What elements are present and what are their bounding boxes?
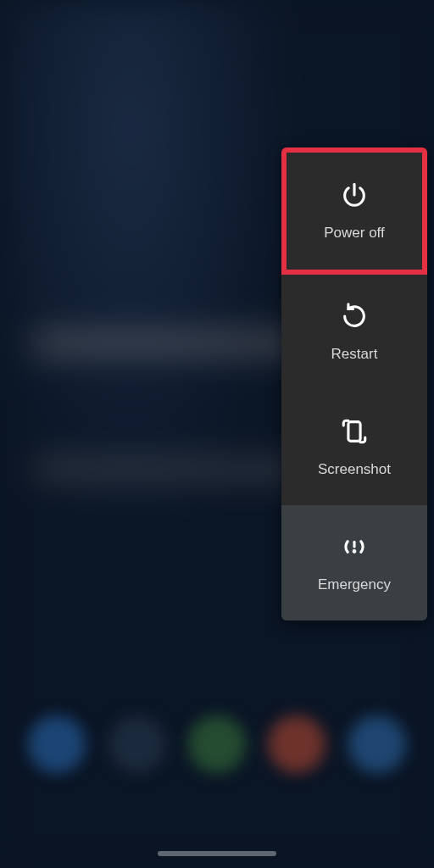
restart-label: Restart	[331, 346, 378, 363]
emergency-button[interactable]: Emergency	[281, 505, 427, 620]
emergency-icon	[340, 532, 369, 561]
dock-app-5	[348, 715, 406, 773]
screenshot-button[interactable]: Screenshot	[281, 390, 427, 505]
power-off-label: Power off	[324, 225, 385, 242]
restart-button[interactable]: Restart	[281, 275, 427, 390]
gesture-pill[interactable]	[158, 851, 276, 856]
restart-icon	[340, 302, 369, 331]
svg-rect-0	[348, 422, 360, 442]
power-menu: Power off Restart Screenshot	[281, 147, 427, 620]
svg-point-1	[353, 551, 355, 553]
emergency-label: Emergency	[318, 576, 391, 593]
dock-app-4	[268, 715, 326, 773]
screenshot-label: Screenshot	[318, 461, 391, 478]
power-icon	[340, 181, 369, 209]
dock-app-2	[108, 715, 166, 773]
dock-app-1	[28, 715, 86, 773]
screenshot-icon	[340, 417, 369, 446]
power-off-button[interactable]: Power off	[281, 147, 427, 275]
dock-row	[0, 715, 434, 800]
dock-app-3	[188, 715, 246, 773]
